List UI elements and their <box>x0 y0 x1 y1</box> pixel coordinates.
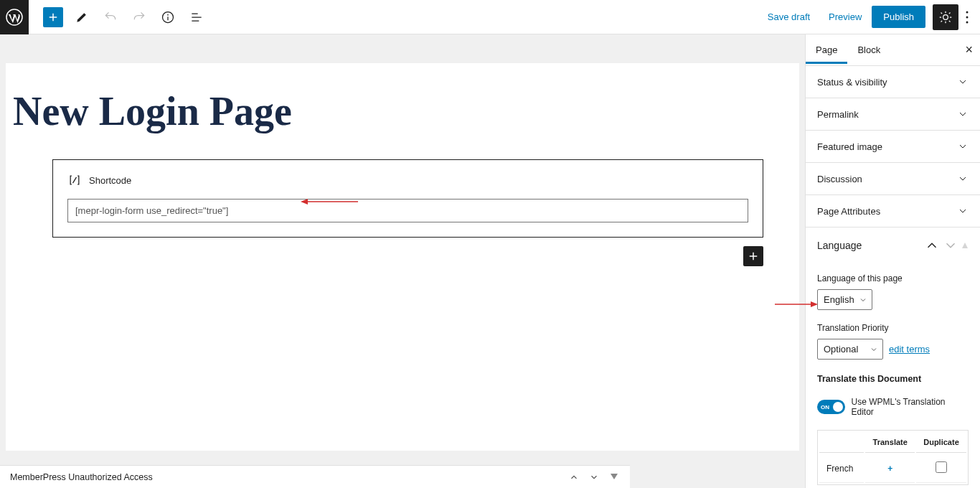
info-button[interactable] <box>158 7 178 27</box>
panel-permalink[interactable]: Permalink <box>806 98 980 130</box>
editor-canvas: New Login Page Shortcode <box>6 63 799 451</box>
translate-add-button[interactable]: + <box>865 454 915 483</box>
panel-discussion[interactable]: Discussion <box>806 163 980 194</box>
chevron-down-icon <box>957 108 969 120</box>
duplicate-checkbox[interactable] <box>936 461 947 473</box>
col-duplicate: Duplicate <box>916 432 966 453</box>
translate-document-heading: Translate this Document <box>817 374 969 384</box>
chevron-down-icon <box>957 205 969 217</box>
settings-button[interactable] <box>933 4 958 30</box>
chevron-down-icon <box>957 173 969 184</box>
svg-marker-9 <box>962 243 968 248</box>
panel-status-visibility[interactable]: Status & visibility <box>806 66 980 98</box>
translation-table: Translate Duplicate French + <box>817 430 969 485</box>
page-title[interactable]: New Login Page <box>13 88 763 134</box>
scroll-up-button[interactable] <box>565 469 583 486</box>
chevron-up-icon <box>924 238 940 253</box>
edit-terms-link[interactable]: edit terms <box>889 344 930 355</box>
settings-sidebar: Page Block × Status & visibility Permali… <box>805 34 980 488</box>
collapse-button[interactable] <box>606 469 623 486</box>
toolbar-right: Save draft Preview Publish <box>759 4 974 30</box>
panel-featured-image[interactable]: Featured image <box>806 131 980 162</box>
shortcode-icon <box>67 173 82 187</box>
shortcode-block[interactable]: Shortcode <box>52 159 763 238</box>
preview-button[interactable]: Preview <box>820 7 870 27</box>
triangle-up-icon <box>961 242 969 249</box>
close-sidebar-button[interactable]: × <box>965 42 973 57</box>
svg-point-4 <box>966 16 969 18</box>
wpml-editor-toggle[interactable]: ON <box>817 400 845 414</box>
svg-point-2 <box>167 14 169 15</box>
outline-button[interactable] <box>187 7 207 27</box>
table-row: French + <box>819 454 966 483</box>
scroll-down-button[interactable] <box>585 469 603 486</box>
add-block-button[interactable] <box>43 7 63 27</box>
panel-language[interactable]: Language <box>806 227 980 263</box>
editor-area: New Login Page Shortcode <box>0 34 805 488</box>
chevron-down-icon <box>957 76 969 88</box>
redo-button[interactable] <box>129 7 149 27</box>
tab-block[interactable]: Block <box>847 36 890 64</box>
bottom-notice-text: MemberPress Unauthorized Access <box>10 472 153 482</box>
svg-marker-8 <box>611 474 618 479</box>
priority-select[interactable]: Optional <box>817 339 883 360</box>
shortcode-label: Shortcode <box>89 175 131 186</box>
svg-point-3 <box>966 11 969 13</box>
shortcode-input[interactable] <box>67 199 748 222</box>
tab-page[interactable]: Page <box>806 36 847 64</box>
save-draft-button[interactable]: Save draft <box>759 7 819 27</box>
language-select[interactable]: English <box>817 289 872 310</box>
wordpress-logo[interactable] <box>0 0 29 34</box>
chevron-down-icon <box>859 296 867 304</box>
lang-cell: French <box>819 454 864 483</box>
undo-button[interactable] <box>100 7 121 27</box>
add-block-inline-button[interactable] <box>743 246 763 266</box>
translation-priority-label: Translation Priority <box>817 323 969 333</box>
wpml-editor-toggle-label: Use WPML's Translation Editor <box>851 397 969 417</box>
top-toolbar: Save draft Preview Publish <box>0 0 980 34</box>
svg-point-5 <box>966 21 969 23</box>
publish-button[interactable]: Publish <box>872 6 925 28</box>
language-of-page-label: Language of this page <box>817 273 969 283</box>
more-options-button[interactable] <box>960 4 974 30</box>
col-translate: Translate <box>865 432 915 453</box>
panel-page-attributes[interactable]: Page Attributes <box>806 195 980 227</box>
chevron-down-icon <box>870 345 878 354</box>
chevron-down-icon <box>943 238 958 253</box>
edit-tool-button[interactable] <box>72 7 92 27</box>
chevron-down-icon <box>957 141 969 152</box>
bottom-notice-bar: MemberPress Unauthorized Access <box>0 465 630 488</box>
